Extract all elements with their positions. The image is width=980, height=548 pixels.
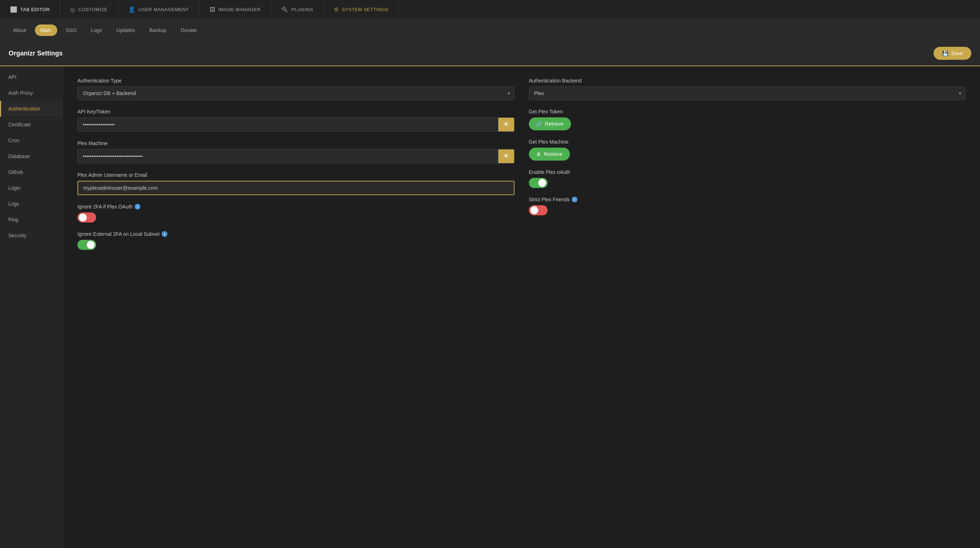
strict-plex-friends-toggle-container xyxy=(529,205,966,215)
left-column: Authentication Type Organizr DB + Backen… xyxy=(77,78,514,258)
ignore-external-group: Ignore External 2FA on Local Subnet i xyxy=(77,231,514,250)
auth-type-select-wrapper: Organizr DB + Backend Organizr DB Backen… xyxy=(77,86,514,100)
sub-nav: About Main SSO Logs Updates Backup Donat… xyxy=(0,19,980,41)
ignore-external-toggle[interactable] xyxy=(77,240,96,250)
sidebar-item-auth-proxy[interactable]: Auth Proxy xyxy=(0,85,63,101)
get-plex-token-group: Get Plex Token 🔗 Retrieve xyxy=(529,109,966,130)
plex-machine-input[interactable] xyxy=(78,150,498,163)
plugins-icon: 🔌 xyxy=(281,6,289,13)
nav-user-management[interactable]: 👤 USER MANAGEMENT xyxy=(118,0,199,19)
settings-header: Organizr Settings 💾 Save xyxy=(0,41,980,66)
nav-tab-editor[interactable]: ⬜ TAB EDITOR xyxy=(0,0,60,19)
api-key-toggle-btn[interactable]: 👁 xyxy=(498,118,514,131)
auth-type-group: Authentication Type Organizr DB + Backen… xyxy=(77,78,514,100)
save-icon: 💾 xyxy=(942,50,948,56)
plex-admin-input[interactable] xyxy=(77,181,514,195)
nav-plugins[interactable]: 🔌 PLUGINS xyxy=(271,0,324,19)
strict-plex-friends-info-icon[interactable]: i xyxy=(572,197,578,202)
auth-backend-select-wrapper: Plex None LDAP xyxy=(529,86,966,100)
sidebar-item-cron[interactable]: Cron xyxy=(0,132,63,148)
get-plex-machine-btn[interactable]: 🖥 Retrieve xyxy=(529,148,570,161)
auth-type-label: Authentication Type xyxy=(77,78,514,84)
ignore-2fa-knob xyxy=(79,213,87,221)
nav-customize[interactable]: ◎ CUSTOMIZE xyxy=(60,0,118,19)
ignore-2fa-label: Ignore 2FA if Plex OAuth xyxy=(77,204,132,210)
subnav-updates[interactable]: Updates xyxy=(111,24,141,36)
plex-machine-toggle-btn[interactable]: 👁 xyxy=(498,150,514,163)
ignore-2fa-label-row: Ignore 2FA if Plex OAuth i xyxy=(77,204,514,210)
auth-backend-label: Authentication Backend xyxy=(529,78,966,84)
ignore-2fa-group: Ignore 2FA if Plex OAuth i xyxy=(77,204,514,223)
sidebar-item-api[interactable]: API xyxy=(0,69,63,85)
main-layout: API Auth Proxy Authentication Certificat… xyxy=(0,66,980,548)
subnav-backup[interactable]: Backup xyxy=(144,24,172,36)
sidebar-item-logs[interactable]: Logs xyxy=(0,196,63,212)
strict-plex-friends-label-row: Strict Plex Friends i xyxy=(529,197,966,202)
sidebar-item-github[interactable]: Github xyxy=(0,164,63,180)
auth-type-select[interactable]: Organizr DB + Backend Organizr DB Backen… xyxy=(77,86,514,100)
ignore-external-label-row: Ignore External 2FA on Local Subnet i xyxy=(77,231,514,237)
subnav-sso[interactable]: SSO xyxy=(60,24,83,36)
ignore-2fa-toggle-container xyxy=(77,212,514,223)
top-nav: ⬜ TAB EDITOR ◎ CUSTOMIZE 👤 USER MANAGEME… xyxy=(0,0,980,19)
subnav-main[interactable]: Main xyxy=(35,24,57,36)
image-manager-icon: 🖼 xyxy=(210,6,216,13)
enable-plex-oauth-knob xyxy=(538,179,546,187)
api-key-group: API Key/Token 👁 xyxy=(77,109,514,132)
page-title: Organizr Settings xyxy=(9,50,63,57)
enable-plex-oauth-toggle-container xyxy=(529,178,966,188)
enable-plex-oauth-group: Enable Plex oAuth xyxy=(529,169,966,188)
content-grid: Authentication Type Organizr DB + Backen… xyxy=(77,78,966,258)
plex-admin-group: Plex Admin Username or Email xyxy=(77,172,514,195)
auth-backend-group: Authentication Backend Plex None LDAP xyxy=(529,78,966,100)
get-plex-token-btn[interactable]: 🔗 Retrieve xyxy=(529,117,571,130)
plex-admin-label: Plex Admin Username or Email xyxy=(77,172,514,178)
settings-container: Organizr Settings 💾 Save API Auth Proxy … xyxy=(0,41,980,548)
get-plex-machine-label: Get Plex Machine xyxy=(529,139,966,145)
nav-system-settings[interactable]: ⚙ SYSTEM SETTINGS xyxy=(324,0,399,19)
strict-plex-friends-knob xyxy=(530,206,538,214)
ignore-external-toggle-container xyxy=(77,240,514,250)
strict-plex-friends-group: Strict Plex Friends i xyxy=(529,197,966,215)
sidebar-item-login[interactable]: Login xyxy=(0,180,63,196)
plex-machine-label: Plex Machine xyxy=(77,140,514,146)
get-plex-token-label: Get Plex Token xyxy=(529,109,966,115)
sidebar-item-authentication[interactable]: Authentication xyxy=(0,101,63,117)
sidebar-item-security[interactable]: Security xyxy=(0,228,63,244)
api-key-input[interactable] xyxy=(78,118,498,131)
strict-plex-friends-label: Strict Plex Friends xyxy=(529,197,570,202)
enable-plex-oauth-toggle[interactable] xyxy=(529,178,547,188)
right-column: Authentication Backend Plex None LDAP Ge… xyxy=(529,78,966,258)
api-key-label: API Key/Token xyxy=(77,109,514,115)
tab-editor-icon: ⬜ xyxy=(10,6,18,13)
plex-machine-wrapper: 👁 xyxy=(77,149,514,164)
plex-token-link-icon: 🔗 xyxy=(536,121,542,127)
enable-plex-oauth-label: Enable Plex oAuth xyxy=(529,169,966,175)
plex-machine-group: Plex Machine 👁 xyxy=(77,140,514,164)
get-plex-machine-group: Get Plex Machine 🖥 Retrieve xyxy=(529,139,966,161)
ignore-2fa-toggle[interactable] xyxy=(77,212,96,223)
strict-plex-friends-toggle[interactable] xyxy=(529,205,547,215)
content-area: Authentication Type Organizr DB + Backen… xyxy=(63,66,980,548)
subnav-logs[interactable]: Logs xyxy=(85,24,108,36)
sidebar-item-database[interactable]: Database xyxy=(0,148,63,164)
save-button[interactable]: 💾 Save xyxy=(934,47,971,60)
system-settings-icon: ⚙ xyxy=(334,6,339,13)
sidebar: API Auth Proxy Authentication Certificat… xyxy=(0,66,63,548)
ignore-external-info-icon[interactable]: i xyxy=(162,231,167,237)
sidebar-item-certificate[interactable]: Certificate xyxy=(0,117,63,132)
nav-image-manager[interactable]: 🖼 IMAGE MANAGER xyxy=(199,0,271,19)
ignore-external-knob xyxy=(87,241,95,249)
subnav-about[interactable]: About xyxy=(7,24,32,36)
ignore-2fa-info-icon[interactable]: i xyxy=(135,204,140,210)
sidebar-item-ping[interactable]: Ping xyxy=(0,212,63,228)
ignore-external-label: Ignore External 2FA on Local Subnet xyxy=(77,231,159,237)
auth-backend-select[interactable]: Plex None LDAP xyxy=(529,86,966,100)
plex-machine-server-icon: 🖥 xyxy=(536,151,541,157)
subnav-donate[interactable]: Donate xyxy=(175,24,203,36)
api-key-wrapper: 👁 xyxy=(77,117,514,132)
user-management-icon: 👤 xyxy=(128,6,136,13)
customize-icon: ◎ xyxy=(70,6,76,13)
